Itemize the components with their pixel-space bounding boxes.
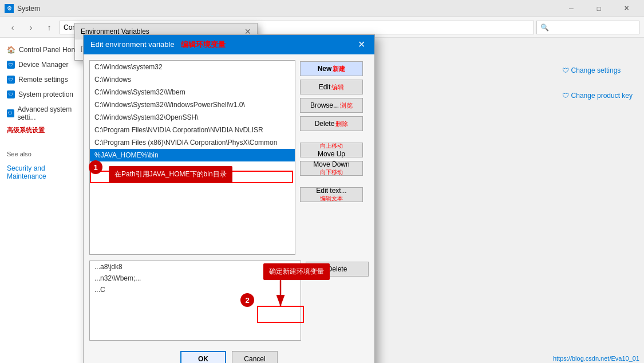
sidebar-item-remote[interactable]: 🛡 Remote settings — [0, 72, 91, 87]
dialog-footer: OK Cancel — [84, 346, 374, 363]
shield-icon-4: 🛡 — [7, 109, 14, 117]
annotation-tooltip-2: 确定新建环境变量 — [263, 263, 330, 280]
up-button[interactable]: ↑ — [41, 19, 57, 35]
move-up-button[interactable]: 向上移动 Move Up — [300, 143, 363, 157]
dialog-title-cn: 编辑环境变量 — [181, 40, 226, 49]
shield-icon-2: 🛡 — [7, 76, 15, 84]
path-item-0[interactable]: C:\Windows\system32 — [90, 61, 295, 73]
sidebar-device-label: Device Manager — [18, 61, 68, 69]
lower-item-2[interactable]: ...C — [90, 284, 301, 295]
window-title: System — [17, 5, 558, 13]
sidebar-advanced-label: Advanced system setti... — [18, 105, 84, 121]
sidebar-item-advanced[interactable]: 🛡 Advanced system setti... — [0, 102, 91, 125]
sidebar-item-security[interactable]: Security and Maintenance — [0, 161, 91, 184]
annotation-badge-2: 2 — [240, 293, 254, 307]
maximize-button[interactable]: □ — [586, 0, 612, 17]
status-bar: https://blog.csdn.net/Eva10_01 — [548, 354, 644, 363]
move-down-button[interactable]: Move Down 向下移动 — [300, 161, 363, 176]
cancel-button[interactable]: Cancel — [232, 351, 278, 363]
annotation-badge-1: 1 — [89, 160, 102, 174]
sidebar-home-label: Control Panel Home — [19, 46, 81, 54]
shield-settings-icon: 🛡 — [562, 66, 569, 74]
minimize-button[interactable]: ─ — [558, 0, 584, 17]
new-button[interactable]: New 新建 — [300, 61, 363, 76]
path-item-7[interactable]: %JAVA_HOME%\bin — [90, 149, 295, 161]
shield-icon-1: 🛡 — [7, 61, 15, 69]
edit-text-button[interactable]: Edit text... 编辑文本 — [300, 187, 363, 202]
title-bar-controls: ─ □ ✕ — [558, 0, 639, 17]
advanced-cn-label: 高级系统设置 — [7, 127, 45, 133]
dialog-close-button[interactable]: ✕ — [355, 40, 368, 49]
path-listbox[interactable]: C:\Windows\system32 C:\Windows C:\Window… — [89, 60, 295, 255]
close-button[interactable]: ✕ — [613, 0, 639, 17]
annotation-tooltip-1: 在Path引用JAVA_HOME下的bin目录 — [109, 166, 232, 183]
search-bar[interactable]: 🔍 — [536, 21, 639, 34]
path-item-3[interactable]: C:\Windows\System32\WindowsPowerShell\v1… — [90, 98, 295, 111]
path-item-1[interactable]: C:\Windows — [90, 73, 295, 86]
sidebar-item-protection[interactable]: 🛡 System protection — [0, 87, 91, 102]
window-icon: ⚙ — [5, 4, 14, 13]
path-item-6[interactable]: C:\Program Files (x86)\NVIDIA Corporatio… — [90, 136, 295, 149]
path-item-2[interactable]: C:\Windows\System32\Wbem — [90, 86, 295, 98]
back-button[interactable]: ‹ — [5, 19, 21, 35]
sidebar-protection-label: System protection — [18, 90, 73, 98]
edit-button[interactable]: Edit 编辑 — [300, 80, 363, 94]
security-link[interactable]: Security and Maintenance — [7, 164, 84, 180]
delete-button-top[interactable]: Delete 删除 — [300, 116, 363, 131]
dialog-title-text: Edit environment variable 编辑环境变量 — [90, 40, 226, 50]
right-links: 🛡 Change settings 🛡 Change product key — [562, 66, 633, 100]
right-buttons-column: New 新建 Edit 编辑 Browse... 浏览 Delete 删除 向上… — [300, 60, 363, 255]
dialog-body: C:\Windows\system32 C:\Windows C:\Window… — [84, 54, 374, 261]
shield-icon-3: 🛡 — [7, 90, 15, 98]
change-product-key-link[interactable]: 🛡 Change product key — [562, 92, 633, 100]
forward-button[interactable]: › — [23, 19, 39, 35]
path-item-5[interactable]: C:\Program Files\NVIDIA Corporation\NVID… — [90, 124, 295, 136]
home-icon: 🏠 — [7, 46, 15, 54]
browse-button[interactable]: Browse... 浏览 — [300, 98, 363, 113]
title-bar: ⚙ System ─ □ ✕ — [0, 0, 644, 17]
shield-product-icon: 🛡 — [562, 92, 569, 100]
change-settings-link[interactable]: 🛡 Change settings — [562, 66, 633, 74]
lower-section: ...a8\jdk8 ...n32\Wbem;... ...C Delete — [84, 261, 374, 346]
dialog-title-bar: Edit environment variable 编辑环境变量 ✕ — [84, 35, 374, 54]
ok-button[interactable]: OK — [180, 351, 226, 363]
edit-env-dialog: Edit environment variable 编辑环境变量 ✕ C:\Wi… — [83, 34, 375, 363]
path-item-4[interactable]: C:\Windows\System32\OpenSSH\ — [90, 111, 295, 124]
sidebar-remote-label: Remote settings — [18, 76, 68, 84]
see-also-label: See also — [0, 147, 91, 161]
sidebar: 🏠 Control Panel Home 🛡 Device Manager 🛡 … — [0, 38, 92, 363]
